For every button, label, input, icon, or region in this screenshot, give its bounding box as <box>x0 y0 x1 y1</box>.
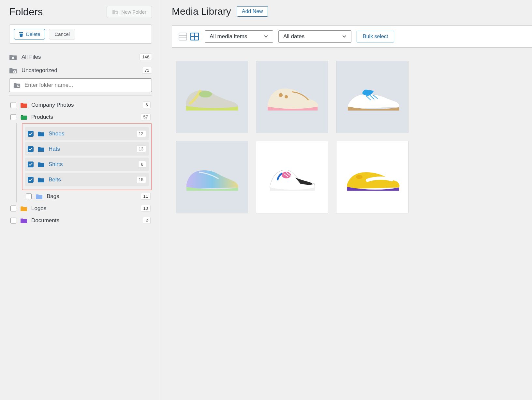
folder-icon <box>36 193 43 199</box>
check-icon <box>29 163 33 166</box>
folder-label: Bags <box>47 193 137 200</box>
cancel-label: Cancel <box>54 31 70 37</box>
checkbox[interactable] <box>28 146 34 152</box>
folder-label: Hats <box>49 146 132 152</box>
shoe-image <box>183 77 241 117</box>
uncategorized-row[interactable]: Uncategorized 71 <box>9 64 152 77</box>
divider <box>9 95 152 96</box>
checkbox[interactable] <box>10 114 16 120</box>
checkbox[interactable] <box>10 102 16 108</box>
shoe-image <box>343 77 402 117</box>
folder-count: 57 <box>141 114 151 120</box>
media-toolbar: All media items All dates Bulk select <box>172 25 532 48</box>
grid-view-button[interactable] <box>190 32 200 41</box>
date-filter-label: All dates <box>283 33 304 40</box>
check-icon <box>29 178 33 181</box>
folder-belts[interactable]: Belts 15 <box>25 173 149 186</box>
media-thumbnail[interactable] <box>176 141 248 213</box>
shoe-image <box>343 157 402 197</box>
uncategorized-label: Uncategorized <box>22 67 138 74</box>
folder-icon <box>37 131 45 137</box>
selected-folders-highlight: Shoes 12 Hats 13 Shirts 6 <box>22 123 152 190</box>
folder-count: 6 <box>138 161 146 168</box>
add-new-button[interactable]: Add New <box>237 6 268 17</box>
new-folder-label: New Folder <box>121 9 146 15</box>
trash-icon <box>19 32 23 37</box>
folders-sidebar: Folders New Folder Delete Cancel All Fil… <box>0 0 161 400</box>
folder-plus-icon <box>112 9 119 15</box>
folder-count: 2 <box>143 217 151 224</box>
cancel-button[interactable]: Cancel <box>49 29 75 39</box>
folder-documents[interactable]: Documents 2 <box>9 214 152 226</box>
products-children: Shoes 12 Hats 13 Shirts 6 <box>16 123 152 202</box>
folder-label: Belts <box>49 177 132 183</box>
uncategorized-count: 71 <box>142 67 152 74</box>
main-header: Media Library Add New <box>172 6 532 17</box>
folder-search-input[interactable] <box>24 82 148 88</box>
list-view-button[interactable] <box>178 32 188 41</box>
media-grid <box>172 61 532 213</box>
checkbox[interactable] <box>28 177 34 183</box>
folder-label: Documents <box>31 217 139 224</box>
folder-list: All Files 146 Uncategorized 71 Company P… <box>9 50 152 226</box>
folder-label: Shirts <box>49 161 134 168</box>
media-thumbnail[interactable] <box>256 141 328 213</box>
media-thumbnail[interactable] <box>336 141 408 213</box>
view-toggles <box>178 32 200 41</box>
folder-label: Shoes <box>49 131 132 137</box>
folder-open-icon <box>20 114 27 120</box>
all-files-label: All Files <box>22 54 135 60</box>
shoe-image <box>263 77 321 117</box>
folder-products[interactable]: Products 57 <box>9 111 152 123</box>
checkbox[interactable] <box>28 162 34 167</box>
svg-point-12 <box>356 175 362 179</box>
folder-count: 10 <box>141 205 151 212</box>
folder-label: Products <box>31 114 137 120</box>
check-icon <box>29 132 33 135</box>
folder-label: Company Photos <box>31 102 139 108</box>
alert-folder-icon <box>9 67 17 74</box>
folder-company-photos[interactable]: Company Photos 6 <box>9 99 152 111</box>
search-folder-icon <box>13 82 21 88</box>
media-thumbnail[interactable] <box>256 61 328 133</box>
folder-bags[interactable]: Bags 11 <box>24 190 152 202</box>
svg-rect-2 <box>179 33 187 40</box>
chevron-down-icon <box>264 35 268 38</box>
folder-icon <box>20 102 27 108</box>
folder-search[interactable] <box>9 78 152 92</box>
folder-icon <box>37 146 45 152</box>
media-thumbnail[interactable] <box>176 61 248 133</box>
list-icon <box>179 33 187 40</box>
delete-button[interactable]: Delete <box>14 29 45 39</box>
bulk-select-button[interactable]: Bulk select <box>357 31 394 42</box>
page-title: Media Library <box>172 6 231 17</box>
media-type-filter[interactable]: All media items <box>205 30 273 43</box>
all-files-row[interactable]: All Files 146 <box>9 50 152 64</box>
svg-point-10 <box>285 95 288 99</box>
new-folder-button[interactable]: New Folder <box>107 6 152 18</box>
folder-actions-bar: Delete Cancel <box>9 24 152 44</box>
all-files-count: 146 <box>140 54 152 60</box>
folder-hats[interactable]: Hats 13 <box>25 142 149 156</box>
folder-label: Logos <box>31 205 137 212</box>
svg-point-8 <box>199 91 212 98</box>
svg-point-9 <box>279 93 283 97</box>
checkbox[interactable] <box>28 131 34 137</box>
folder-shirts[interactable]: Shirts 6 <box>25 158 149 171</box>
checkbox[interactable] <box>26 193 32 199</box>
sidebar-header: Folders New Folder <box>9 6 152 18</box>
media-thumbnail[interactable] <box>336 61 408 133</box>
shoe-image <box>263 157 321 197</box>
checkbox[interactable] <box>10 206 16 211</box>
checkbox[interactable] <box>10 218 16 223</box>
folder-count: 15 <box>136 176 146 183</box>
check-icon <box>29 147 33 151</box>
media-type-filter-label: All media items <box>210 33 247 40</box>
date-filter[interactable]: All dates <box>278 30 351 43</box>
folder-count: 6 <box>143 101 151 108</box>
folder-logos[interactable]: Logos 10 <box>9 202 152 214</box>
delete-label: Delete <box>26 31 40 37</box>
folder-icon <box>20 206 27 211</box>
folder-shoes[interactable]: Shoes 12 <box>25 127 149 140</box>
media-library-main: Media Library Add New All media items Al… <box>161 0 532 400</box>
